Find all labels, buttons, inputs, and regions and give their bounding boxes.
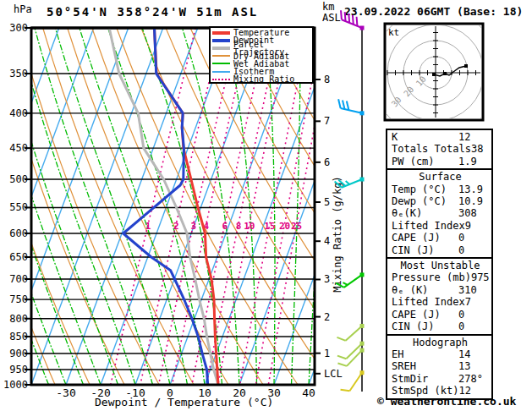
table-row: StmDir278° xyxy=(392,373,489,385)
table-row: SREH13 xyxy=(392,360,489,372)
km-tick-label: 7 xyxy=(324,115,330,127)
table-row: CIN (J)0 xyxy=(392,321,489,332)
table-row-label: Totals Totals xyxy=(392,143,471,155)
table-row-label: Dewp (°C) xyxy=(392,195,447,207)
wind-barb xyxy=(338,99,364,115)
barb-level-marker xyxy=(360,348,365,353)
table-row-label: θₑ (K) xyxy=(392,284,428,296)
mixing-ratio-value: 6 xyxy=(222,221,228,232)
wind-barb-staff xyxy=(335,10,365,392)
table-row-label: K xyxy=(392,131,398,143)
table-row-value: 310 xyxy=(458,284,489,296)
pressure-tick-label: 800 xyxy=(9,313,28,325)
mixing-ratio-value: 20 xyxy=(279,221,290,232)
barb-level-marker xyxy=(360,370,365,375)
table-row-value: 13.9 xyxy=(458,184,489,195)
temp-tick-label: 20 xyxy=(233,386,246,399)
mixing-ratio-value: 8 xyxy=(236,221,242,232)
table-row-value: 13 xyxy=(458,360,489,372)
hodograph-unit-label: kt xyxy=(388,27,399,38)
hodograph-marker xyxy=(464,64,468,68)
mixing-ratio-value: 3 xyxy=(190,221,196,232)
km-tick-label: 1 xyxy=(324,348,330,359)
sounding-page: 3003504004505005506006507007508008509009… xyxy=(0,0,532,411)
table-row-value: 10.9 xyxy=(458,195,489,207)
legend-swatch-dotted xyxy=(212,79,230,80)
mixing-ratio-labels: 12346810152025 xyxy=(145,221,302,232)
hodograph-marker xyxy=(443,72,447,75)
wind-barb xyxy=(337,324,364,341)
table-panel: K12Totals Totals38PW (cm)1.9 xyxy=(386,129,493,170)
table-row-label: CAPE (J) xyxy=(392,309,441,321)
barb-level-marker xyxy=(360,111,365,115)
table-row-value: 0 xyxy=(458,321,489,332)
table-row-label: CIN (J) xyxy=(392,244,435,256)
table-row-label: EH xyxy=(392,348,403,360)
table-row-label: CIN (J) xyxy=(392,321,435,332)
table-row-value: 38 xyxy=(471,143,502,155)
mixing-ratio-value: 10 xyxy=(244,221,255,232)
km-tick-label: 8 xyxy=(324,74,330,85)
wet-adiabat-line xyxy=(80,28,188,385)
table-row-value: 14 xyxy=(458,348,489,360)
table-row-value: 0 xyxy=(458,232,489,244)
table-row-value: 12 xyxy=(458,385,489,397)
wet-adiabat-line xyxy=(17,28,136,385)
lcl-label: LCL xyxy=(324,368,343,380)
table-row-value: 9 xyxy=(465,220,496,232)
km-tick-label: 4 xyxy=(324,235,330,247)
barb-level-marker xyxy=(360,26,365,30)
table-row-value: 0 xyxy=(458,309,489,321)
table-row: PW (cm)1.9 xyxy=(392,156,489,167)
table-row: Totals Totals38 xyxy=(392,143,489,155)
table-row: Pressure (mb)975 xyxy=(392,271,489,283)
legend-swatch-solid xyxy=(212,39,230,42)
barb-level-marker xyxy=(360,272,365,277)
table-row: Dewp (°C)10.9 xyxy=(392,195,489,207)
table-row: StmSpd (kt)12 xyxy=(392,385,489,397)
pressure-tick-label: 650 xyxy=(9,251,28,263)
barb-level-marker xyxy=(360,342,365,346)
legend-swatch-solid xyxy=(212,63,230,64)
hodograph-marker xyxy=(432,73,436,76)
legend-swatch-solid xyxy=(212,31,230,35)
table-row-label: Lifted Index xyxy=(392,220,465,232)
wind-barb xyxy=(336,272,364,287)
legend-swatch-solid xyxy=(212,55,230,57)
table-panel-header: Most Unstable xyxy=(392,260,489,271)
temp-tick-label: 30 xyxy=(267,386,281,399)
wind-barb xyxy=(341,10,364,30)
table-row-value: 278° xyxy=(458,373,489,385)
pressure-tick-label: 750 xyxy=(9,293,28,305)
table-panel: SurfaceTemp (°C)13.9Dewp (°C)10.9θₑ(K)30… xyxy=(386,168,493,259)
table-panel-header: Surface xyxy=(392,171,489,183)
km-tick-label: 5 xyxy=(324,196,330,208)
pressure-tick-label: 700 xyxy=(9,273,28,285)
table-row: Temp (°C)13.9 xyxy=(392,184,489,195)
pressure-tick-label: 400 xyxy=(9,107,28,119)
dry-adiabat-line xyxy=(68,28,228,385)
temp-tick-label: -30 xyxy=(56,386,75,399)
temp-tick-label: 0 xyxy=(167,386,173,399)
table-row-label: StmDir xyxy=(392,373,428,385)
table-panel: HodographEH14SREH13StmDir278°StmSpd (kt)… xyxy=(386,334,493,400)
table-row-label: θₑ(K) xyxy=(392,207,422,219)
table-row-value: 12 xyxy=(458,131,489,143)
wind-barb xyxy=(341,370,365,391)
pressure-tick-label: 850 xyxy=(9,331,28,342)
km-tick-label: 2 xyxy=(324,311,330,323)
temp-tick-label: 10 xyxy=(198,386,211,399)
table-row: CAPE (J)0 xyxy=(392,232,489,244)
temp-tick-label: -20 xyxy=(90,386,110,399)
table-panel-header: Hodograph xyxy=(392,337,489,348)
table-row-value: 308 xyxy=(458,207,489,219)
pressure-tick-label: 350 xyxy=(9,68,28,79)
legend: TemperatureDewpointParcel TrajectoryDry … xyxy=(209,26,314,84)
mixing-ratio-value: 1 xyxy=(145,221,151,232)
temp-tick-label: -10 xyxy=(125,386,145,399)
table-row-label: Temp (°C) xyxy=(392,184,447,195)
pressure-tick-label: 950 xyxy=(9,364,28,375)
pressure-tick-label: 550 xyxy=(9,201,28,213)
table-row-label: Pressure (mb) xyxy=(392,271,471,283)
mixing-ratio-value: 25 xyxy=(291,221,302,232)
